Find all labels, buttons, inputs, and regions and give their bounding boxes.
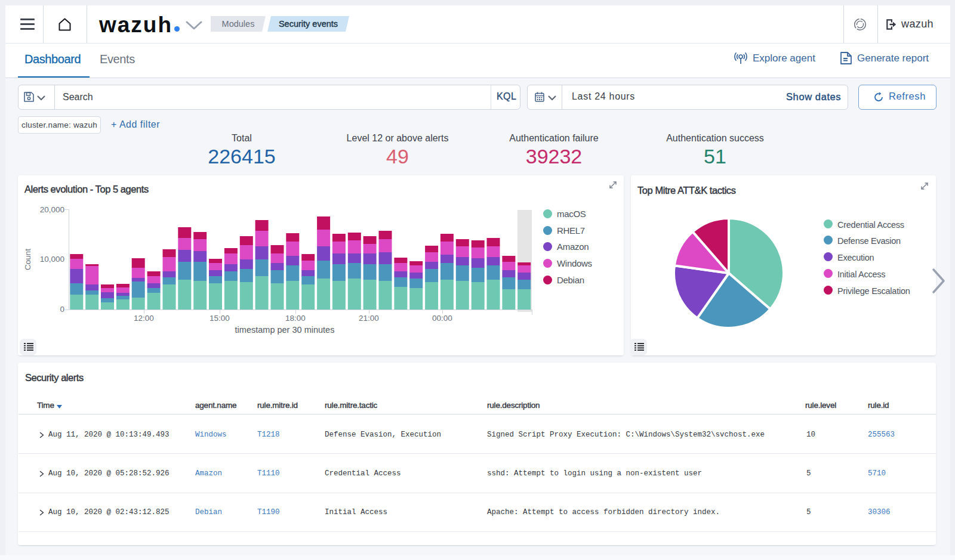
svg-text:00:00: 00:00 <box>432 314 452 323</box>
svg-text:18:00: 18:00 <box>285 314 306 323</box>
svg-text:15:00: 15:00 <box>210 314 230 323</box>
svg-text:0: 0 <box>60 305 64 314</box>
svg-text:21:00: 21:00 <box>359 314 379 323</box>
svg-text:timestamp per 30 minutes: timestamp per 30 minutes <box>235 325 335 335</box>
svg-text:Count: Count <box>23 249 32 270</box>
svg-text:10,000: 10,000 <box>40 255 64 264</box>
svg-text:20,000: 20,000 <box>40 205 64 214</box>
svg-text:12:00: 12:00 <box>134 314 154 323</box>
